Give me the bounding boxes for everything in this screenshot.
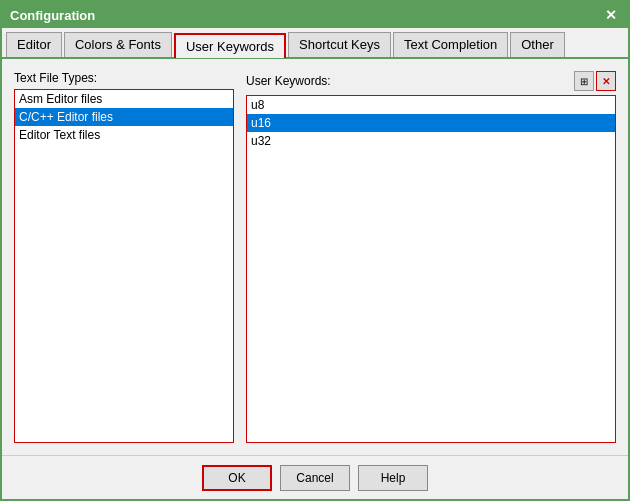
right-panel: User Keywords: ⊞ ✕ u8 u16 u32 — [246, 71, 616, 443]
delete-keyword-button[interactable]: ✕ — [596, 71, 616, 91]
tab-shortcut-keys[interactable]: Shortcut Keys — [288, 32, 391, 57]
right-panel-label: User Keywords: — [246, 74, 331, 88]
list-item-asm[interactable]: Asm Editor files — [15, 90, 233, 108]
tab-colors-fonts[interactable]: Colors & Fonts — [64, 32, 172, 57]
list-item-text[interactable]: Editor Text files — [15, 126, 233, 144]
cancel-button[interactable]: Cancel — [280, 465, 350, 491]
window-close-button[interactable]: ✕ — [602, 6, 620, 24]
right-panel-icons: ⊞ ✕ — [574, 71, 616, 91]
keyword-item-u16[interactable]: u16 — [247, 114, 615, 132]
tab-other[interactable]: Other — [510, 32, 565, 57]
left-panel: Text File Types: Asm Editor files C/C++ … — [14, 71, 234, 443]
content-area: Text File Types: Asm Editor files C/C++ … — [2, 59, 628, 455]
right-panel-header: User Keywords: ⊞ ✕ — [246, 71, 616, 91]
tab-editor[interactable]: Editor — [6, 32, 62, 57]
user-keywords-list[interactable]: u8 u16 u32 — [246, 95, 616, 443]
title-bar: Configuration ✕ — [2, 2, 628, 28]
window-title: Configuration — [10, 8, 95, 23]
tab-user-keywords[interactable]: User Keywords — [174, 33, 286, 58]
left-panel-label: Text File Types: — [14, 71, 234, 85]
tab-bar: Editor Colors & Fonts User Keywords Shor… — [2, 28, 628, 59]
help-button[interactable]: Help — [358, 465, 428, 491]
keyword-item-u32[interactable]: u32 — [247, 132, 615, 150]
list-item-cpp[interactable]: C/C++ Editor files — [15, 108, 233, 126]
new-keyword-button[interactable]: ⊞ — [574, 71, 594, 91]
text-file-types-list[interactable]: Asm Editor files C/C++ Editor files Edit… — [14, 89, 234, 443]
keyword-item-u8[interactable]: u8 — [247, 96, 615, 114]
configuration-window: Configuration ✕ Editor Colors & Fonts Us… — [0, 0, 630, 501]
tab-text-completion[interactable]: Text Completion — [393, 32, 508, 57]
bottom-bar: OK Cancel Help — [2, 455, 628, 499]
ok-button[interactable]: OK — [202, 465, 272, 491]
